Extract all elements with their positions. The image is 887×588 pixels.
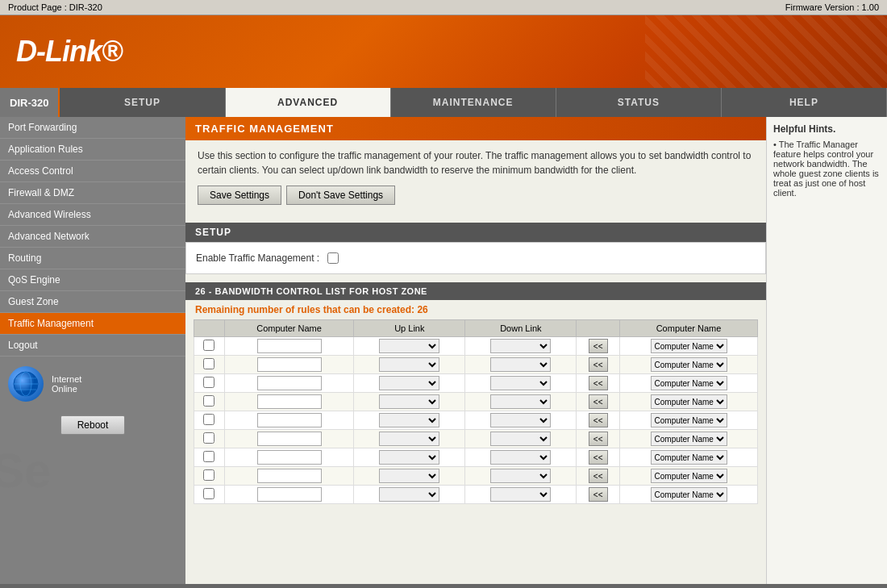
up-link-select-7[interactable]: 64 kbps 128 kbps 256 kbps 512 kbps 1 Mbp…: [379, 469, 439, 483]
down-link-select-7[interactable]: 64 kbps 128 kbps 256 kbps 512 kbps 1 Mbp…: [490, 469, 551, 483]
sidebar-item-firewall-dmz[interactable]: Firewall & DMZ: [0, 182, 185, 204]
sidebar-watermark: Se: [0, 443, 51, 498]
down-link-select-4[interactable]: 64 kbps 128 kbps 256 kbps 512 kbps 1 Mbp…: [490, 413, 551, 427]
sidebar-item-guest-zone[interactable]: Guest Zone: [0, 291, 185, 313]
save-settings-button[interactable]: Save Settings: [198, 186, 281, 205]
down-link-select-0[interactable]: 64 kbps 128 kbps 256 kbps 512 kbps 1 Mbp…: [490, 339, 551, 353]
computer-name-input-5[interactable]: [257, 432, 322, 446]
sidebar: Port Forwarding Application Rules Access…: [0, 117, 185, 584]
internet-online: Online: [52, 384, 81, 394]
up-link-select-1[interactable]: 64 kbps 128 kbps 256 kbps 512 kbps 1 Mbp…: [379, 357, 439, 372]
header: D-Link®: [0, 15, 887, 88]
sidebar-watermark-area: Se: [0, 443, 185, 540]
row-checkbox-0[interactable]: [203, 340, 214, 351]
reboot-button[interactable]: Reboot: [60, 415, 126, 435]
up-link-select-8[interactable]: 64 kbps 128 kbps 256 kbps 512 kbps 1 Mbp…: [379, 487, 439, 502]
firmware-version: Firmware Version : 1.00: [785, 2, 879, 12]
row-checkbox-5[interactable]: [203, 432, 214, 444]
table-row: 64 kbps 128 kbps 256 kbps 512 kbps 1 Mbp…: [194, 486, 758, 504]
tab-help[interactable]: HELP: [722, 88, 887, 117]
fill-name-select-2[interactable]: Computer Name: [651, 376, 727, 390]
setup-body: Enable Traffic Management :: [185, 242, 766, 274]
sidebar-item-advanced-network[interactable]: Advanced Network: [0, 226, 185, 248]
fill-button-4[interactable]: <<: [589, 413, 608, 427]
col-computer-name: Computer Name: [224, 320, 354, 337]
row-checkbox-6[interactable]: [203, 451, 214, 462]
sidebar-item-advanced-wireless[interactable]: Advanced Wireless: [0, 204, 185, 226]
globe-icon: [8, 366, 44, 402]
tab-setup[interactable]: SETUP: [60, 88, 225, 117]
fill-button-7[interactable]: <<: [589, 469, 608, 483]
fill-name-select-8[interactable]: Computer Name: [651, 487, 727, 502]
computer-name-input-6[interactable]: [257, 450, 322, 465]
sidebar-item-qos-engine[interactable]: QoS Engine: [0, 269, 185, 291]
fill-name-select-7[interactable]: Computer Name: [651, 469, 727, 483]
fill-button-8[interactable]: <<: [589, 487, 608, 502]
fill-button-1[interactable]: <<: [589, 357, 608, 372]
fill-name-select-3[interactable]: Computer Name: [651, 394, 727, 409]
sidebar-item-routing[interactable]: Routing: [0, 248, 185, 269]
col-fill: [577, 320, 620, 337]
content-body: Use this section to configure the traffi…: [185, 140, 766, 223]
row-checkbox-4[interactable]: [203, 414, 214, 425]
nav-tabs: SETUP ADVANCED MAINTENANCE STATUS HELP: [60, 88, 887, 117]
tab-status[interactable]: STATUS: [556, 88, 722, 117]
fill-button-0[interactable]: <<: [589, 339, 608, 353]
row-checkbox-7[interactable]: [203, 469, 214, 481]
computer-name-input-7[interactable]: [257, 469, 322, 483]
section-title: TRAFFIC MANAGEMENT: [185, 117, 766, 140]
computer-name-input-8[interactable]: [257, 487, 322, 502]
fill-name-select-0[interactable]: Computer Name: [651, 339, 727, 353]
down-link-select-3[interactable]: 64 kbps 128 kbps 256 kbps 512 kbps 1 Mbp…: [490, 394, 551, 409]
computer-name-input-0[interactable]: [257, 339, 322, 353]
product-page: Product Page : DIR-320: [8, 2, 102, 12]
fill-name-select-4[interactable]: Computer Name: [651, 413, 727, 427]
enable-label: Enable Traffic Management :: [196, 252, 319, 264]
bandwidth-table: Computer Name Up Link Down Link Computer…: [194, 319, 758, 504]
fill-button-6[interactable]: <<: [589, 450, 608, 465]
computer-name-input-2[interactable]: [257, 376, 322, 390]
down-link-select-1[interactable]: 64 kbps 128 kbps 256 kbps 512 kbps 1 Mbp…: [490, 357, 551, 372]
col-checkbox: [194, 320, 225, 337]
dlink-logo: D-Link®: [16, 35, 123, 69]
down-link-select-8[interactable]: 64 kbps 128 kbps 256 kbps 512 kbps 1 Mbp…: [490, 487, 551, 502]
dont-save-settings-button[interactable]: Don't Save Settings: [286, 186, 395, 205]
sidebar-item-logout[interactable]: Logout: [0, 335, 185, 357]
computer-name-input-4[interactable]: [257, 413, 322, 427]
row-checkbox-3[interactable]: [203, 395, 214, 407]
internet-status-text: Internet Online: [52, 374, 81, 394]
nav-bar: DIR-320 SETUP ADVANCED MAINTENANCE STATU…: [0, 88, 887, 117]
tab-advanced[interactable]: ADVANCED: [226, 88, 391, 117]
down-link-select-2[interactable]: 64 kbps 128 kbps 256 kbps 512 kbps 1 Mbp…: [490, 376, 551, 390]
table-row: 64 kbps 128 kbps 256 kbps 512 kbps 1 Mbp…: [194, 448, 758, 467]
up-link-select-6[interactable]: 64 kbps 128 kbps 256 kbps 512 kbps 1 Mbp…: [379, 450, 439, 465]
help-panel: Helpful Hints. • The Traffic Manager fea…: [766, 117, 887, 584]
up-link-select-0[interactable]: 64 kbps 128 kbps 256 kbps 512 kbps 1 Mbp…: [379, 339, 439, 353]
computer-name-input-1[interactable]: [257, 357, 322, 372]
fill-name-select-1[interactable]: Computer Name: [651, 357, 727, 372]
sidebar-item-traffic-management[interactable]: Traffic Management: [0, 313, 185, 335]
computer-name-input-3[interactable]: [257, 394, 322, 409]
top-bar: Product Page : DIR-320 Firmware Version …: [0, 0, 887, 15]
fill-name-select-5[interactable]: Computer Name: [651, 432, 727, 446]
up-link-select-4[interactable]: 64 kbps 128 kbps 256 kbps 512 kbps 1 Mbp…: [379, 413, 439, 427]
tab-maintenance[interactable]: MAINTENANCE: [391, 88, 556, 117]
fill-button-2[interactable]: <<: [589, 376, 608, 390]
sidebar-item-access-control[interactable]: Access Control: [0, 161, 185, 182]
up-link-select-3[interactable]: 64 kbps 128 kbps 256 kbps 512 kbps 1 Mbp…: [379, 394, 439, 409]
fill-button-5[interactable]: <<: [589, 432, 608, 446]
fill-button-3[interactable]: <<: [589, 394, 608, 409]
table-row: 64 kbps 128 kbps 256 kbps 512 kbps 1 Mbp…: [194, 393, 758, 411]
up-link-select-5[interactable]: 64 kbps 128 kbps 256 kbps 512 kbps 1 Mbp…: [379, 432, 439, 446]
up-link-select-2[interactable]: 64 kbps 128 kbps 256 kbps 512 kbps 1 Mbp…: [379, 376, 439, 390]
down-link-select-5[interactable]: 64 kbps 128 kbps 256 kbps 512 kbps 1 Mbp…: [490, 432, 551, 446]
fill-name-select-6[interactable]: Computer Name: [651, 450, 727, 465]
section-description: Use this section to configure the traffi…: [198, 148, 754, 177]
sidebar-item-port-forwarding[interactable]: Port Forwarding: [0, 117, 185, 139]
enable-traffic-management-checkbox[interactable]: [327, 252, 339, 264]
row-checkbox-2[interactable]: [203, 377, 214, 388]
down-link-select-6[interactable]: 64 kbps 128 kbps 256 kbps 512 kbps 1 Mbp…: [490, 450, 551, 465]
row-checkbox-1[interactable]: [203, 358, 214, 369]
row-checkbox-8[interactable]: [203, 488, 214, 499]
sidebar-item-application-rules[interactable]: Application Rules: [0, 139, 185, 161]
